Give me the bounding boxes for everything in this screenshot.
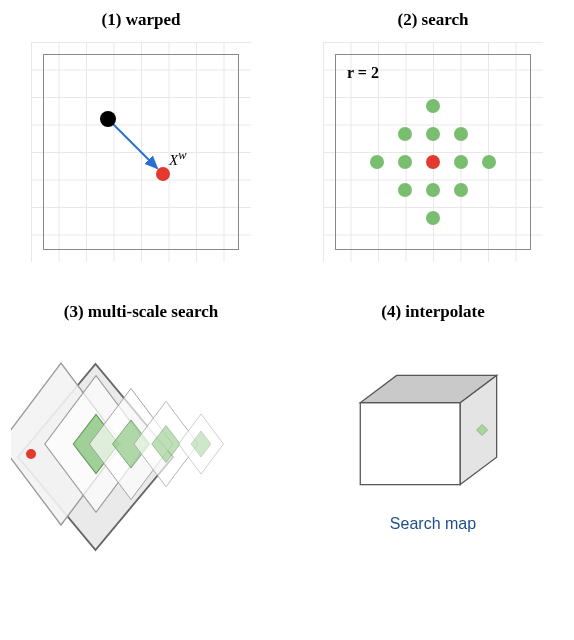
warped-point — [156, 167, 170, 181]
panel-title-2: (2) search — [398, 10, 469, 30]
candidate-point — [454, 155, 468, 169]
candidate-point — [426, 99, 440, 113]
search-map-label: Search map — [390, 515, 476, 533]
multiscale-center-point — [26, 449, 36, 459]
panel-1-box: Xw — [31, 42, 251, 262]
figure-grid: (1) warped Xw (2) search — [10, 10, 564, 554]
center-point — [426, 155, 440, 169]
candidate-point — [426, 127, 440, 141]
warp-arrow — [31, 42, 251, 262]
xw-label: Xw — [169, 148, 187, 169]
candidate-point — [398, 155, 412, 169]
panel-3-box — [11, 334, 271, 554]
candidate-point — [454, 183, 468, 197]
panel-2-box: r = 2 — [323, 42, 543, 262]
panel-title-1: (1) warped — [102, 10, 181, 30]
search-map-volume — [333, 355, 533, 505]
xw-sup: w — [178, 148, 186, 162]
cuboid-front — [360, 403, 460, 485]
candidate-point — [426, 183, 440, 197]
candidate-point — [454, 127, 468, 141]
r-label: r = 2 — [347, 64, 379, 82]
panel-title-4: (4) interpolate — [381, 302, 484, 322]
multiscale-stack — [11, 334, 271, 554]
source-point — [100, 111, 116, 127]
panel-4-box: Search map — [303, 334, 563, 554]
panel-title-3: (3) multi-scale search — [64, 302, 219, 322]
panel-warped: (1) warped Xw — [10, 10, 272, 262]
candidate-point — [426, 211, 440, 225]
panel-search: (2) search r = 2 — [302, 10, 564, 262]
xw-base: X — [169, 152, 178, 168]
scale-plane — [179, 414, 224, 474]
candidate-point — [370, 155, 384, 169]
panel-multiscale: (3) multi-scale search — [10, 302, 272, 554]
candidate-point — [398, 127, 412, 141]
candidate-point — [398, 183, 412, 197]
panel-interpolate: (4) interpolate Search map — [302, 302, 564, 554]
svg-line-0 — [108, 119, 157, 168]
candidate-point — [482, 155, 496, 169]
